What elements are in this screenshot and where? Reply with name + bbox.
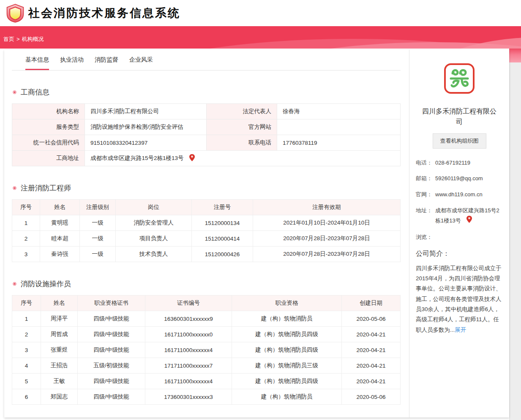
cell: 建（构）筑物消防员四级 <box>232 342 342 358</box>
contact-address: 地址： 成都市成华区建兴路15号2栋1楼13号 <box>416 206 503 227</box>
table-row: 3 秦诗强 一级 技术负责人 15120000426 2020年07月28日-2… <box>12 247 401 262</box>
tab-bar: 基本信息 执业活动 消防监督 企业风采 <box>12 50 401 70</box>
company-sidebar: 四川多禾消防工程有限公司 查看机构组织图 电话： 028-67192119 邮箱… <box>409 50 509 417</box>
column-header: 岗位 <box>116 200 192 215</box>
cell: 3 <box>12 342 41 358</box>
cell: 建（构）筑物消防员四级 <box>232 327 342 342</box>
cell: 3 <box>12 247 40 262</box>
expand-link[interactable]: 展开 <box>455 327 466 333</box>
company-logo <box>443 62 475 95</box>
column-header: 序号 <box>12 200 40 215</box>
contact-label: 官网： <box>416 190 435 200</box>
cell: 建（构）筑物消防员 <box>232 389 342 405</box>
field-label: 联系电话 <box>207 135 277 151</box>
contact-label: 浏览： <box>416 232 435 243</box>
field-value: 成都市成华区建兴路15号2栋1楼13号 <box>85 151 401 166</box>
column-header: 序号 <box>12 295 41 311</box>
table-row: 6 郑国志 四级/中级技能 173600301xxxxxx3 建（构）筑物消防员… <box>12 389 401 405</box>
cell: 2020-05-06 <box>342 389 401 405</box>
field-label: 法定代表人 <box>207 104 277 119</box>
company-intro-text: 四川多禾消防工程有限公司成立于2015年4月，为四川省消防协会理事单位。公司主要… <box>416 263 503 335</box>
field-value: 四川多禾消防工程有限公司 <box>85 104 207 119</box>
banner-edge-decoration <box>509 49 521 62</box>
cell: 6 <box>12 389 41 405</box>
cell: 一级 <box>80 231 116 247</box>
cell: 1 <box>12 215 40 231</box>
section-bullet-icon <box>13 90 16 94</box>
cell: 黄明瑶 <box>40 215 80 231</box>
cell: 技术负责人 <box>116 247 192 262</box>
section-heading: 注册消防工程师 <box>21 183 71 193</box>
cell: 163600301xxxxxx9 <box>145 311 232 327</box>
company-intro-title: 公司简介： <box>416 249 503 258</box>
column-header: 注册有效期 <box>253 200 401 215</box>
cell: 2020-05-06 <box>342 311 401 327</box>
view-org-chart-button[interactable]: 查看机构组织图 <box>433 133 486 149</box>
engineers-table: 序号 姓名 注册级别 岗位 注册号 注册有效期 1 黄明瑶 一级 消防安全管理人… <box>12 199 401 262</box>
tab-basic-info[interactable]: 基本信息 <box>25 56 49 70</box>
breadcrumb-separator: > <box>16 36 20 42</box>
tab-practice-activities[interactable]: 执业活动 <box>60 56 84 70</box>
cell: 161711000xxxxxx4 <box>145 374 232 389</box>
column-header: 证书编号 <box>145 295 232 311</box>
cell: 2 <box>12 231 40 247</box>
table-row: 统一社会信用代码 915101083320412397 联系电话 1776037… <box>12 135 401 151</box>
section-title-operators: 消防设施操作员 <box>13 279 401 289</box>
field-value: 徐春海 <box>277 104 401 119</box>
cell: 消防安全管理人 <box>116 215 192 231</box>
column-header: 注册号 <box>192 200 253 215</box>
contact-list: 电话： 028-67192119 邮箱： 59260119@qq.com 官网：… <box>416 158 503 243</box>
cell: 2020年07月28日-2023年07月28日 <box>253 247 401 262</box>
company-intro-body: 四川多禾消防工程有限公司成立于2015年4月，为四川省消防协会理事单位。公司主要… <box>416 265 502 333</box>
cell: 2020-04-21 <box>342 358 401 374</box>
tab-fire-supervision[interactable]: 消防监督 <box>95 56 118 70</box>
cell: 五级/初级技能 <box>78 358 145 374</box>
cell: 秦诗强 <box>40 247 80 262</box>
contact-value: www.dh119.com.cn <box>435 190 503 200</box>
field-label: 服务类型 <box>12 119 85 135</box>
contact-value <box>435 232 503 243</box>
cell: 173600301xxxxxx3 <box>145 389 232 405</box>
cell: 2020年07月28日-2023年07月28日 <box>253 231 401 247</box>
map-pin-icon[interactable] <box>189 154 195 163</box>
cell: 2020-04-21 <box>342 374 401 389</box>
app-title: 社会消防技术服务信息系统 <box>28 5 180 21</box>
table-row: 工商地址 成都市成华区建兴路15号2栋1楼13号 <box>12 151 401 166</box>
column-header: 职业资格证书 <box>78 295 145 311</box>
business-info-table: 机构名称 四川多禾消防工程有限公司 法定代表人 徐春海 服务类型 消防设施维护保… <box>12 103 401 166</box>
breadcrumb-home-link[interactable]: 首页 <box>3 36 14 42</box>
section-heading: 消防设施操作员 <box>21 279 71 289</box>
cell: 建（构）筑物消防员四级 <box>232 374 342 389</box>
cell: 周泽平 <box>41 311 78 327</box>
cell: 2020-04-21 <box>342 327 401 342</box>
cell: 郑国志 <box>41 389 78 405</box>
page-gutter <box>509 62 521 420</box>
table-row: 2 周哲成 四级/中级技能 161711000xxxxxx0 建（构）筑物消防员… <box>12 327 401 342</box>
business-address: 成都市成华区建兴路15号2栋1楼13号 <box>90 155 184 161</box>
contact-label: 电话： <box>416 158 435 168</box>
cell: 建（构）筑物消防员 <box>232 311 342 327</box>
table-row: 机构名称 四川多禾消防工程有限公司 法定代表人 徐春海 <box>12 104 401 119</box>
column-header: 创建日期 <box>342 295 401 311</box>
content-card: 基本信息 执业活动 消防监督 企业风采 工商信息 机构名称 四川多禾消防工程有限… <box>4 50 509 417</box>
breadcrumb-current: 机构概况 <box>22 36 44 42</box>
app-header: 社会消防技术服务信息系统 <box>0 0 521 26</box>
cell: 171711000xxxxxx7 <box>145 358 232 374</box>
field-label: 机构名称 <box>12 104 85 119</box>
section-bullet-icon <box>13 186 16 190</box>
map-pin-icon[interactable] <box>466 216 472 227</box>
cell: 王敏 <box>41 374 78 389</box>
tab-company-showcase[interactable]: 企业风采 <box>129 56 153 70</box>
cell: 四级/中级技能 <box>78 311 145 327</box>
column-header: 姓名 <box>41 295 78 311</box>
cell: 建（构）筑物消防员三级 <box>232 358 342 374</box>
shield-logo-icon <box>5 3 25 23</box>
column-header: 姓名 <box>40 200 80 215</box>
contact-views: 浏览： <box>416 232 503 243</box>
main-content: 基本信息 执业活动 消防监督 企业风采 工商信息 机构名称 四川多禾消防工程有限… <box>4 50 409 417</box>
table-row: 服务类型 消防设施维护保养检测/消防安全评估 官方网站 <box>12 119 401 135</box>
cell: 一级 <box>80 247 116 262</box>
cell: 15120000414 <box>192 231 253 247</box>
table-header-row: 序号 姓名 注册级别 岗位 注册号 注册有效期 <box>12 200 401 215</box>
cell: 四级/中级技能 <box>78 342 145 358</box>
